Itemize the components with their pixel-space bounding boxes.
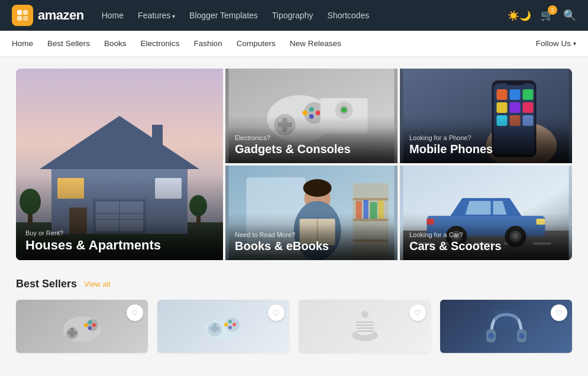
cars-overlay: Looking for a Car? Cars & Scooters (400, 224, 572, 260)
svg-point-96 (84, 323, 88, 327)
svg-rect-43 (523, 89, 534, 100)
nav2-fashion[interactable]: Fashion (194, 39, 222, 48)
gadgets-main-label: Gadgets & Consoles (235, 142, 388, 156)
hero-card-cars[interactable]: Looking for a Car? Cars & Scooters (400, 166, 572, 260)
nav2-new-releases[interactable]: New Releases (290, 39, 341, 48)
product-card-4[interactable]: ♡ (440, 300, 572, 353)
cars-sub-label: Looking for a Car? (409, 231, 563, 238)
logo-icon (12, 5, 33, 26)
svg-rect-46 (523, 102, 534, 113)
wishlist-btn-4[interactable]: ♡ (551, 304, 567, 321)
second-nav-links: Home Best Sellers Books Electronics Fash… (12, 39, 536, 48)
house-overlay: Buy or Rent? Houses & Apartments (16, 222, 223, 260)
svg-rect-2 (17, 16, 22, 21)
house-main-label: Houses & Apartments (25, 238, 214, 253)
svg-point-103 (232, 323, 236, 326)
svg-rect-60 (353, 198, 389, 200)
top-navigation: amazen Home Features Blogger Templates T… (0, 0, 588, 31)
svg-point-55 (303, 179, 332, 197)
theme-toggle-icon[interactable]: ☀️🌙 (508, 10, 531, 21)
cart-badge: 2 (548, 5, 557, 15)
products-grid: ♡ ♡ (16, 300, 572, 353)
nav2-books[interactable]: Books (104, 39, 127, 48)
books-sub-label: Need to Read More? (235, 231, 388, 238)
svg-rect-117 (495, 310, 518, 327)
phones-main-label: Mobile Phones (409, 142, 563, 156)
books-overlay: Need to Read More? Books & eBooks (225, 224, 398, 260)
svg-point-29 (316, 111, 321, 115)
nav2-electronics[interactable]: Electronics (141, 39, 180, 48)
product-image-3: ♡ (299, 300, 431, 353)
svg-marker-77 (466, 201, 491, 215)
nav2-home[interactable]: Home (12, 39, 33, 48)
books-main-label: Books & eBooks (235, 239, 388, 253)
house-sub-label: Buy or Rent? (25, 229, 214, 236)
gadgets-sub-label: Electronics? (235, 134, 388, 141)
svg-point-116 (519, 333, 525, 339)
svg-rect-92 (70, 328, 74, 337)
best-sellers-header: Best Sellers View all (16, 278, 572, 290)
svg-rect-44 (497, 102, 508, 113)
wishlist-btn-1[interactable]: ♡ (127, 304, 143, 321)
best-sellers-title: Best Sellers (16, 278, 77, 290)
svg-rect-1 (23, 10, 28, 15)
svg-point-93 (88, 320, 92, 324)
cars-main-label: Cars & Scooters (409, 239, 563, 253)
follow-us-dropdown[interactable]: Follow Us (536, 39, 576, 48)
svg-rect-50 (507, 82, 525, 85)
top-nav-icons: ☀️🌙 🛒 2 🔍 (508, 9, 576, 22)
hero-grid: Buy or Rent? Houses & Apartments (16, 69, 572, 260)
svg-rect-41 (497, 89, 508, 100)
product-image-1: ♡ (16, 300, 148, 353)
nav-features[interactable]: Features (138, 11, 175, 20)
search-icon[interactable]: 🔍 (563, 9, 576, 22)
wishlist-btn-2[interactable]: ♡ (268, 304, 285, 321)
gadgets-overlay: Electronics? Gadgets & Consoles (225, 127, 398, 163)
svg-point-105 (224, 323, 228, 326)
product-image-2: ♡ (157, 300, 289, 353)
hero-card-phones[interactable]: Looking for a Phone? Mobile Phones (400, 69, 572, 163)
product-image-4: ♡ (440, 300, 572, 353)
nav-blogger-templates[interactable]: Blogger Templates (189, 11, 258, 20)
svg-point-102 (228, 320, 232, 323)
logo-link[interactable]: amazen (12, 5, 84, 26)
product-card-3[interactable]: ♡ (299, 300, 431, 353)
phones-overlay: Looking for a Phone? Mobile Phones (400, 127, 572, 163)
nav-shortcodes[interactable]: Shortcodes (327, 11, 369, 20)
nav2-best-sellers[interactable]: Best Sellers (47, 39, 90, 48)
phones-sub-label: Looking for a Phone? (409, 134, 563, 141)
svg-point-115 (488, 333, 494, 339)
svg-point-108 (361, 311, 369, 318)
cart-icon[interactable]: 🛒 2 (541, 9, 554, 22)
wishlist-btn-3[interactable]: ♡ (409, 304, 426, 321)
svg-point-31 (303, 111, 308, 115)
svg-rect-45 (510, 102, 521, 113)
hero-card-gadgets[interactable]: Electronics? Gadgets & Consoles (225, 69, 398, 163)
svg-point-104 (228, 326, 232, 329)
nav-tipography[interactable]: Tipography (272, 11, 314, 20)
svg-rect-42 (510, 89, 521, 100)
hero-card-books[interactable]: Need to Read More? Books & eBooks (225, 166, 398, 260)
top-nav-links: Home Features Blogger Templates Tipograp… (102, 11, 508, 20)
svg-rect-0 (17, 10, 22, 15)
main-content: Buy or Rent? Houses & Apartments (10, 69, 578, 353)
hero-card-houses[interactable]: Buy or Rent? Houses & Apartments (16, 69, 223, 260)
svg-point-35 (341, 107, 347, 113)
nav2-computers[interactable]: Computers (237, 39, 276, 48)
svg-rect-101 (213, 323, 217, 333)
svg-point-95 (88, 326, 92, 330)
svg-rect-8 (152, 125, 163, 148)
svg-point-28 (309, 107, 314, 112)
nav-home[interactable]: Home (102, 11, 124, 20)
view-all-link[interactable]: View all (84, 280, 111, 289)
second-navigation: Home Best Sellers Books Electronics Fash… (0, 31, 588, 57)
brand-name: amazen (38, 8, 84, 23)
svg-point-94 (92, 323, 96, 327)
product-card-1[interactable]: ♡ (16, 300, 148, 353)
product-card-2[interactable]: ♡ (157, 300, 289, 353)
svg-rect-3 (23, 16, 28, 21)
